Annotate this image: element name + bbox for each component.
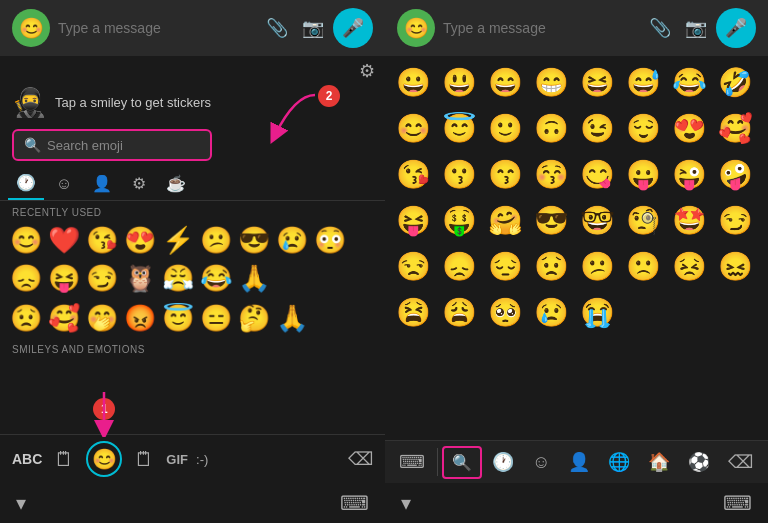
list-item[interactable]: 😄	[483, 60, 527, 104]
list-item[interactable]: 😍	[667, 106, 711, 150]
list-item[interactable]: 😞	[8, 260, 44, 296]
tab-people[interactable]: 👤	[84, 168, 120, 199]
list-item[interactable]: 😆	[575, 60, 619, 104]
list-item[interactable]: 🙏	[274, 300, 310, 336]
tab-settings[interactable]: ⚙	[124, 168, 154, 199]
list-item[interactable]: 🤩	[667, 198, 711, 242]
paperclip-icon-right[interactable]: 📎	[648, 16, 672, 40]
mic-button[interactable]: 🎤	[333, 8, 373, 48]
food-icon-rt[interactable]: 🌐	[600, 445, 638, 479]
list-item[interactable]: 🙏	[236, 260, 272, 296]
list-item[interactable]: 😘	[391, 152, 435, 196]
list-item[interactable]: 😇	[437, 106, 481, 150]
list-item[interactable]: 😊	[391, 106, 435, 150]
list-item[interactable]: 😂	[667, 60, 711, 104]
list-item[interactable]: 😡	[122, 300, 158, 336]
list-item[interactable]: 🙂	[483, 106, 527, 150]
abc-button[interactable]: ABC	[12, 451, 42, 467]
list-item[interactable]: 😃	[437, 60, 481, 104]
list-item[interactable]: 🤓	[575, 198, 619, 242]
backspace-icon-rt[interactable]: ⌫	[720, 445, 761, 479]
list-item[interactable]: 😎	[529, 198, 573, 242]
list-item[interactable]: 😢	[529, 290, 573, 334]
tab-food[interactable]: ☕	[158, 168, 194, 199]
list-item[interactable]: 🤪	[713, 152, 757, 196]
list-item[interactable]: 😭	[575, 290, 619, 334]
list-item[interactable]: 😌	[621, 106, 665, 150]
camera-icon-right[interactable]: 📷	[684, 16, 708, 40]
search-button-right[interactable]: 🔍	[442, 446, 482, 479]
list-item[interactable]: 😍	[122, 222, 158, 258]
list-item[interactable]: 😅	[621, 60, 665, 104]
keyboard-toggle-right[interactable]: ⌨	[723, 491, 752, 515]
list-item[interactable]: 😀	[391, 60, 435, 104]
list-item[interactable]: 😢	[274, 222, 310, 258]
list-item[interactable]: 🥰	[46, 300, 82, 336]
list-item[interactable]: 🥰	[713, 106, 757, 150]
list-item[interactable]: 😕	[575, 244, 619, 288]
list-item[interactable]: 🤭	[84, 300, 120, 336]
list-item[interactable]: 😫	[391, 290, 435, 334]
list-item[interactable]: 🙁	[621, 244, 665, 288]
list-item[interactable]: 😕	[198, 222, 234, 258]
mic-button-right[interactable]: 🎤	[716, 8, 756, 48]
list-item[interactable]: 😙	[483, 152, 527, 196]
list-item[interactable]: 🥺	[483, 290, 527, 334]
list-item[interactable]: 🙃	[529, 106, 573, 150]
list-item[interactable]: 😖	[713, 244, 757, 288]
list-item[interactable]: ⚡	[160, 222, 196, 258]
list-item[interactable]: 🦉	[122, 260, 158, 296]
list-item[interactable]: 😚	[529, 152, 573, 196]
smiley-icon-rt[interactable]: ☺	[524, 446, 558, 479]
tab-recent[interactable]: 🕐	[8, 167, 44, 200]
list-item[interactable]: 😒	[391, 244, 435, 288]
list-item[interactable]: ❤️	[46, 222, 82, 258]
list-item[interactable]: 😜	[667, 152, 711, 196]
list-item[interactable]: 😉	[575, 106, 619, 150]
clock-icon-rt[interactable]: 🕐	[484, 445, 522, 479]
list-item[interactable]: 😛	[621, 152, 665, 196]
list-item[interactable]: 😤	[160, 260, 196, 296]
keyboard-icon-rt[interactable]: ⌨	[391, 445, 433, 479]
sticker-icon-btn[interactable]: 🗒	[50, 448, 78, 471]
list-item[interactable]: 😳	[312, 222, 348, 258]
sticker-icon-btn2[interactable]: 🗒	[130, 448, 158, 471]
nav-down-arrow-right[interactable]: ▾	[401, 491, 411, 515]
people-icon-rt[interactable]: 👤	[560, 445, 598, 479]
list-item[interactable]: 😗	[437, 152, 481, 196]
list-item[interactable]: 😝	[46, 260, 82, 296]
keyboard-toggle-left[interactable]: ⌨	[340, 491, 369, 515]
list-item[interactable]: 😏	[84, 260, 120, 296]
activity-icon-rt[interactable]: ⚽	[680, 445, 718, 479]
list-item[interactable]: 😔	[483, 244, 527, 288]
search-box[interactable]: 🔍 Search emoji	[12, 129, 212, 161]
list-item[interactable]: 😂	[198, 260, 234, 296]
list-item[interactable]: 🧐	[621, 198, 665, 242]
nav-down-arrow[interactable]: ▾	[16, 491, 26, 515]
list-item[interactable]: 😁	[529, 60, 573, 104]
backspace-button[interactable]: ⌫	[348, 448, 373, 470]
paperclip-icon[interactable]: 📎	[265, 16, 289, 40]
list-item[interactable]: 😞	[437, 244, 481, 288]
list-item[interactable]: 😩	[437, 290, 481, 334]
list-item[interactable]: 🤔	[236, 300, 272, 336]
list-item[interactable]: 😏	[713, 198, 757, 242]
message-input-right[interactable]	[443, 20, 640, 36]
list-item[interactable]: 😟	[529, 244, 573, 288]
tab-smileys[interactable]: ☺	[48, 169, 80, 199]
smiley-text-button[interactable]: :-)	[196, 452, 208, 467]
list-item[interactable]: 😎	[236, 222, 272, 258]
settings-icon[interactable]: ⚙	[359, 60, 375, 82]
list-item[interactable]: 🤑	[437, 198, 481, 242]
list-item[interactable]: 😣	[667, 244, 711, 288]
list-item[interactable]: 😝	[391, 198, 435, 242]
list-item[interactable]: 🤗	[483, 198, 527, 242]
list-item[interactable]: 🤣	[713, 60, 757, 104]
list-item[interactable]: 😇	[160, 300, 196, 336]
home-icon-rt[interactable]: 🏠	[640, 445, 678, 479]
list-item[interactable]: 😑	[198, 300, 234, 336]
camera-icon[interactable]: 📷	[301, 16, 325, 40]
emoji-face-button[interactable]: 😊 1	[86, 441, 122, 477]
message-input-left[interactable]	[58, 20, 257, 36]
list-item[interactable]: 😋	[575, 152, 619, 196]
